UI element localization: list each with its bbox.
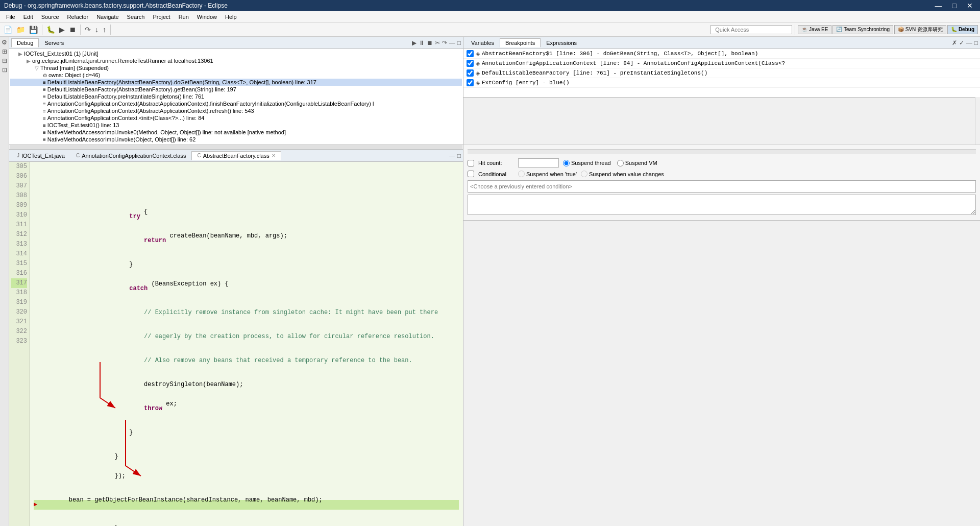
sidebar-icon-2[interactable]: ⊞ bbox=[2, 48, 7, 55]
menu-run[interactable]: Run bbox=[175, 13, 193, 21]
tree-item-native2[interactable]: ≡ NativeMethodAccessorImpl.invoke(Object… bbox=[10, 136, 462, 143]
bp-detail-hscroll[interactable] bbox=[468, 149, 976, 154]
tree-item-getbean[interactable]: ≡ DefaultListableBeanFactory(AbstractBea… bbox=[10, 86, 462, 93]
maximize-button[interactable]: □ bbox=[949, 2, 960, 10]
bp-radio-thread[interactable] bbox=[563, 160, 570, 166]
sidebar-icon-1[interactable]: ⚙ bbox=[2, 39, 7, 46]
toolbar-step-over[interactable]: ↷ bbox=[83, 25, 92, 35]
tab-debug[interactable]: Debug bbox=[11, 38, 39, 47]
tab-variables[interactable]: Variables bbox=[465, 38, 500, 47]
toolbar-save[interactable]: 💾 bbox=[28, 25, 39, 35]
toolbar-new[interactable]: 📄 bbox=[2, 25, 14, 35]
perspective-svn[interactable]: 📦 SVN 资源库研究 bbox=[894, 25, 946, 34]
menu-source[interactable]: Source bbox=[37, 13, 63, 21]
menu-help[interactable]: Help bbox=[221, 13, 241, 21]
bp-checkbox-1[interactable] bbox=[467, 50, 474, 57]
bp-checkbox-3[interactable] bbox=[467, 69, 474, 77]
right-tab-icons: ✗ ✓ — □ bbox=[952, 39, 978, 46]
tab-expressions[interactable]: Expressions bbox=[541, 38, 582, 47]
code-line-310: // eagerly by the creation process, to a… bbox=[34, 332, 459, 342]
tree-item-native1-label: NativeMethodAccessorImpl.invoke0(Method,… bbox=[47, 129, 286, 135]
bp-condition-textarea[interactable] bbox=[468, 195, 976, 215]
tree-item-junit[interactable]: ▶ IOCTest_Ext.test01 (1) [JUnit] bbox=[10, 50, 462, 57]
tree-item-init[interactable]: ≡ AnnotationConfigApplicationContext.<in… bbox=[10, 114, 462, 122]
tree-item-thread[interactable]: ▽ Thread [main] (Suspended) bbox=[10, 64, 462, 71]
right-vscrollbar[interactable] bbox=[975, 97, 980, 145]
tree-item-dogetbean[interactable]: ≡ DefaultListableBeanFactory(AbstractBea… bbox=[10, 79, 462, 86]
toolbar-stop[interactable]: ⏹ bbox=[67, 25, 78, 35]
menu-window[interactable]: Window bbox=[193, 13, 221, 21]
line-num-321: 321 bbox=[11, 317, 27, 327]
debug-disconnect-btn[interactable]: ✂ bbox=[435, 39, 440, 46]
debug-maximize-btn[interactable]: □ bbox=[457, 39, 461, 46]
bp-radio-changes[interactable] bbox=[581, 171, 587, 177]
right-maximize-btn[interactable]: □ bbox=[974, 39, 978, 46]
bp-suspend-changes-radio[interactable]: Suspend when value changes bbox=[581, 171, 664, 177]
tree-item-finish[interactable]: ≡ AnnotationConfigApplicationContext(Abs… bbox=[10, 100, 462, 107]
code-minimize-btn[interactable]: — bbox=[449, 152, 455, 159]
debug-suspend-btn[interactable]: ⏸ bbox=[419, 39, 425, 46]
code-editor[interactable]: 305 306 307 308 309 310 311 312 313 314 … bbox=[9, 162, 463, 526]
bp-hitcount-checkbox[interactable] bbox=[468, 160, 474, 166]
bp-item-4[interactable]: ◈ ExtConfig [entry] - blue() bbox=[463, 78, 980, 88]
tab-breakpoints[interactable]: Breakpoints bbox=[500, 38, 541, 47]
right-tab-icon-1[interactable]: ✗ bbox=[952, 39, 957, 46]
bp-hitcount-label: Hit count: bbox=[478, 160, 514, 166]
bp-checkbox-4[interactable] bbox=[467, 79, 474, 86]
menu-search[interactable]: Search bbox=[123, 13, 149, 21]
debug-tree-scroll[interactable]: ▶ IOCTest_Ext.test01 (1) [JUnit] ▶ org.e… bbox=[9, 49, 463, 144]
toolbar-step-into[interactable]: ↓ bbox=[93, 25, 100, 35]
code-maximize-btn[interactable]: □ bbox=[457, 152, 461, 159]
bp-item-1[interactable]: ◈ AbstractBeanFactory$1 [line: 306] - do… bbox=[463, 49, 980, 59]
bp-radio-vm[interactable] bbox=[617, 160, 624, 166]
tree-item-test01[interactable]: ≡ IOCTest_Ext.test01() line: 13 bbox=[10, 122, 462, 129]
close-button[interactable]: ✕ bbox=[964, 2, 976, 10]
tab-servers[interactable]: Servers bbox=[39, 38, 69, 47]
bp-suspend-true-radio[interactable]: Suspend when 'true' bbox=[518, 171, 577, 177]
menu-project[interactable]: Project bbox=[149, 13, 174, 21]
bp-suspend-vm-radio[interactable]: Suspend VM bbox=[617, 160, 657, 166]
debug-resume-btn[interactable]: ▶ bbox=[412, 39, 416, 46]
debug-terminate-btn[interactable]: ⏹ bbox=[427, 39, 433, 46]
sidebar-icon-3[interactable]: ⊟ bbox=[2, 57, 7, 64]
tree-item-init-label: AnnotationConfigApplicationContext.<init… bbox=[47, 115, 205, 121]
tab-abstractbeanfactory[interactable]: C AbstractBeanFactory.class ✕ bbox=[191, 151, 281, 160]
tree-item-native1[interactable]: ≡ NativeMethodAccessorImpl.invoke0(Metho… bbox=[10, 129, 462, 136]
right-tab-icon-2[interactable]: ✓ bbox=[959, 39, 964, 46]
menu-navigate[interactable]: Navigate bbox=[92, 13, 122, 21]
tree-item-preinstantiate[interactable]: ≡ DefaultListableBeanFactory.preInstanti… bbox=[10, 93, 462, 100]
bp-item-2[interactable]: ◈ AnnotationConfigApplicationContext [li… bbox=[463, 59, 980, 68]
debug-minimize-btn[interactable]: — bbox=[449, 39, 455, 46]
tree-item-label-2: org.eclipse.jdt.internal.junit.runner.Re… bbox=[32, 58, 213, 64]
bp-hitcount-input[interactable] bbox=[518, 158, 559, 168]
toolbar-run[interactable]: ▶ bbox=[58, 25, 66, 35]
perspective-javaee[interactable]: ☕ Java EE bbox=[798, 25, 831, 34]
toolbar-open[interactable]: 📁 bbox=[15, 25, 27, 35]
tab-close-icon[interactable]: ✕ bbox=[272, 153, 276, 158]
minimize-button[interactable]: — bbox=[932, 2, 945, 10]
right-minimize-btn[interactable]: — bbox=[966, 39, 972, 46]
quick-access-input[interactable] bbox=[710, 25, 792, 34]
bp-condition-input[interactable] bbox=[468, 180, 976, 193]
tree-item-refresh[interactable]: ≡ AnnotationConfigApplicationContext(Abs… bbox=[10, 107, 462, 114]
bp-suspend-thread-radio[interactable]: Suspend thread bbox=[563, 160, 611, 166]
menu-refactor[interactable]: Refactor bbox=[63, 13, 93, 21]
toolbar-debug[interactable]: 🐛 bbox=[45, 25, 57, 35]
right-panel: Variables Breakpoints Expressions ✗ ✓ — … bbox=[463, 37, 980, 526]
toolbar-step-return[interactable]: ↑ bbox=[101, 25, 108, 35]
perspective-debug[interactable]: 🐛 Debug bbox=[947, 25, 978, 34]
tree-item-runner[interactable]: ▶ org.eclipse.jdt.internal.junit.runner.… bbox=[10, 57, 462, 64]
bp-item-3[interactable]: ◈ DefaultListableBeanFactory [line: 761]… bbox=[463, 68, 980, 78]
tab-ioctest[interactable]: J IOCTest_Ext.java bbox=[11, 151, 70, 160]
menu-edit[interactable]: Edit bbox=[19, 13, 37, 21]
bp-conditional-checkbox[interactable] bbox=[468, 171, 474, 177]
menu-file[interactable]: File bbox=[2, 13, 19, 21]
tab-annotationconfig[interactable]: C AnnotationConfigApplicationContext.cla… bbox=[70, 151, 191, 160]
perspective-team-sync[interactable]: 🔄 Team Synchronizing bbox=[832, 25, 893, 34]
debug-step-over-btn[interactable]: ↷ bbox=[442, 39, 447, 46]
bp-icon-4: ◈ bbox=[476, 80, 480, 86]
tree-item-owns[interactable]: ⊙ owns: Object (id=46) bbox=[10, 71, 462, 79]
bp-radio-true[interactable] bbox=[518, 171, 525, 177]
sidebar-icon-4[interactable]: ⊡ bbox=[2, 66, 7, 74]
bp-checkbox-2[interactable] bbox=[467, 60, 474, 67]
